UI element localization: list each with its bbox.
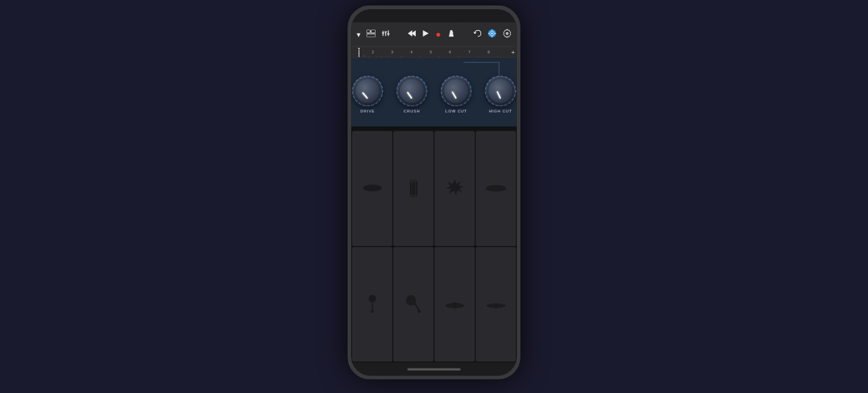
annotation-line-right [516, 91, 517, 91]
svg-point-43 [409, 179, 416, 182]
svg-line-52 [414, 303, 419, 311]
crush-knob[interactable] [396, 75, 427, 106]
rewind-icon[interactable] [408, 30, 416, 39]
lowcut-indicator [452, 91, 457, 98]
drum-grid [351, 129, 517, 362]
cowbell-icon [361, 292, 383, 315]
svg-rect-7 [384, 31, 387, 32]
svg-rect-4 [385, 32, 386, 36]
lowcut-knob-inner [444, 79, 468, 103]
settings-icon[interactable] [503, 29, 512, 40]
crush-indicator [407, 91, 412, 98]
mute-button[interactable] [347, 79, 348, 97]
svg-marker-20 [358, 48, 359, 49]
phone-frame: ▾ [347, 5, 521, 379]
svg-text:5: 5 [430, 50, 432, 54]
drive-knob-container: DRIVE [352, 75, 383, 113]
record-icon[interactable]: ● [435, 29, 441, 39]
pad-hihat-open[interactable] [352, 131, 392, 245]
mixer-icon[interactable] [382, 29, 390, 39]
svg-text:2: 2 [372, 50, 374, 54]
pad-ride[interactable] [476, 246, 516, 361]
plugin-area: DRIVE CRUSH [351, 58, 517, 127]
tambourine-icon [402, 292, 425, 315]
timeline-ruler: 2 3 4 5 6 7 8 + [351, 47, 517, 58]
smart-controls-icon[interactable] [487, 29, 497, 40]
add-section-button[interactable]: + [511, 48, 516, 56]
pad-snare[interactable] [393, 131, 433, 245]
section-divider [351, 126, 517, 129]
drive-label: DRIVE [360, 108, 374, 112]
cymbal-icon [444, 292, 466, 315]
volume-down-button[interactable] [347, 120, 348, 137]
svg-rect-2 [366, 34, 376, 37]
svg-text:4: 4 [410, 50, 412, 54]
toolbar-left: ▾ [357, 29, 390, 39]
svg-rect-42 [409, 181, 416, 195]
crush-knob-inner [400, 79, 423, 103]
volume-up-button[interactable] [347, 97, 348, 115]
highcut-label: HIGH CUT [489, 108, 511, 112]
drive-knob-inner [355, 79, 379, 103]
highcut-knob-container: HIGH CUT [485, 75, 516, 113]
svg-marker-10 [408, 30, 412, 37]
toolbar-right [473, 29, 511, 40]
svg-point-48 [369, 295, 376, 302]
snare-icon [402, 177, 425, 200]
knobs-row: DRIVE CRUSH [352, 75, 516, 113]
pad-cowbell[interactable] [352, 246, 392, 361]
dropdown-icon[interactable]: ▾ [357, 30, 361, 39]
lowcut-label: LOW CUT [445, 108, 467, 112]
svg-point-55 [452, 302, 458, 306]
highcut-indicator [497, 91, 502, 98]
layout-icon[interactable] [366, 30, 376, 39]
svg-text:3: 3 [391, 50, 393, 54]
pad-hihat-closed[interactable] [476, 131, 516, 245]
svg-rect-1 [371, 30, 376, 32]
hihat-open-icon [361, 177, 383, 200]
highcut-knob-inner [488, 79, 512, 103]
hihat-closed-icon [485, 177, 507, 200]
svg-point-41 [363, 184, 381, 190]
drive-knob[interactable] [352, 75, 383, 106]
crush-knob-container: CRUSH [396, 75, 427, 113]
svg-marker-11 [423, 30, 429, 37]
play-icon[interactable] [422, 30, 429, 39]
annotation-line-horiz [464, 62, 499, 63]
svg-rect-0 [366, 30, 370, 32]
svg-rect-5 [388, 30, 388, 36]
pad-cymbal[interactable] [435, 246, 475, 361]
home-bar [407, 368, 461, 370]
svg-text:6: 6 [449, 50, 451, 54]
screen: ▾ [351, 8, 517, 375]
pad-tambourine[interactable] [393, 246, 433, 361]
drive-indicator [362, 91, 368, 98]
svg-point-50 [371, 310, 374, 313]
notch [401, 8, 468, 22]
highcut-knob[interactable] [485, 75, 516, 106]
toolbar: ▾ [351, 22, 517, 46]
lowcut-knob-container: LOW CUT [440, 75, 471, 113]
ruler-svg: 2 3 4 5 6 7 8 [355, 47, 513, 57]
kick-burst-icon [444, 177, 466, 200]
pad-kick-burst[interactable] [435, 131, 475, 245]
undo-icon[interactable] [473, 30, 481, 39]
lowcut-knob[interactable] [440, 75, 471, 106]
svg-text:8: 8 [487, 50, 490, 54]
svg-point-47 [485, 185, 506, 191]
svg-text:7: 7 [468, 50, 471, 54]
home-indicator [351, 362, 517, 375]
power-button[interactable] [520, 97, 521, 128]
toolbar-center: ● [408, 29, 455, 39]
ride-icon [485, 292, 507, 315]
metronome-icon[interactable] [447, 29, 455, 39]
crush-label: CRUSH [404, 108, 420, 112]
